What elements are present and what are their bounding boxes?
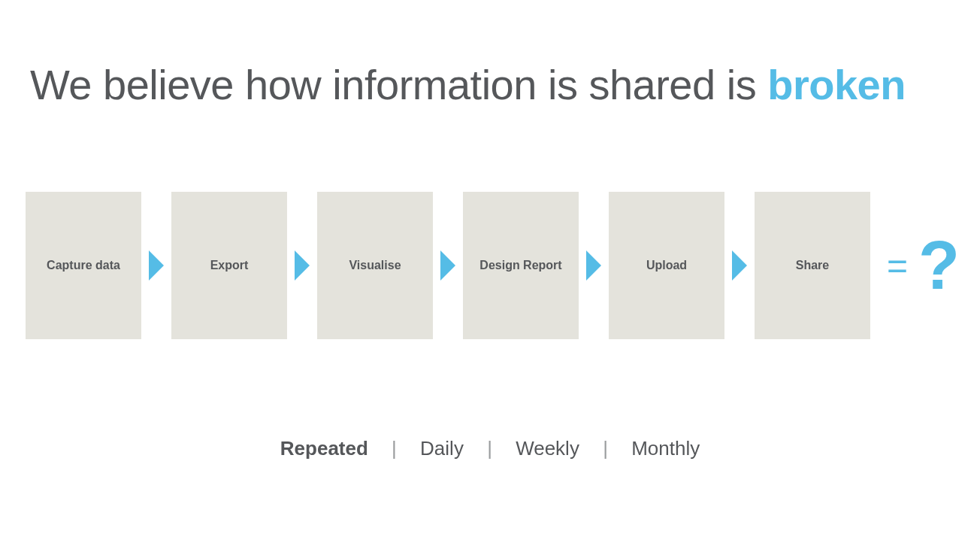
frequency-weekly: Weekly [516,437,579,460]
frequency-lead: Repeated [280,437,368,460]
step-visualise: Visualise [317,192,433,339]
headline-prefix: We believe how information is shared is [30,61,767,108]
arrow-icon [440,250,455,281]
headline-emphasis: broken [767,61,906,108]
equals-sign: = [887,245,908,287]
step-upload: Upload [609,192,724,339]
separator: | [487,437,492,460]
step-export: Export [171,192,287,339]
slide: We believe how information is shared is … [0,0,980,534]
process-flow: Capture data Export Visualise Design Rep… [26,192,950,339]
frequency-row: Repeated | Daily | Weekly | Monthly [30,437,950,460]
arrow-icon [586,250,601,281]
arrow-icon [732,250,747,281]
step-share: Share [755,192,870,339]
arrow-icon [149,250,164,281]
frequency-monthly: Monthly [631,437,700,460]
separator: | [603,437,608,460]
separator: | [392,437,397,460]
frequency-daily: Daily [420,437,464,460]
arrow-icon [295,250,310,281]
step-capture-data: Capture data [26,192,141,339]
step-design-report: Design Report [463,192,579,339]
headline: We believe how information is shared is … [30,60,950,109]
question-mark: ? [918,232,960,299]
